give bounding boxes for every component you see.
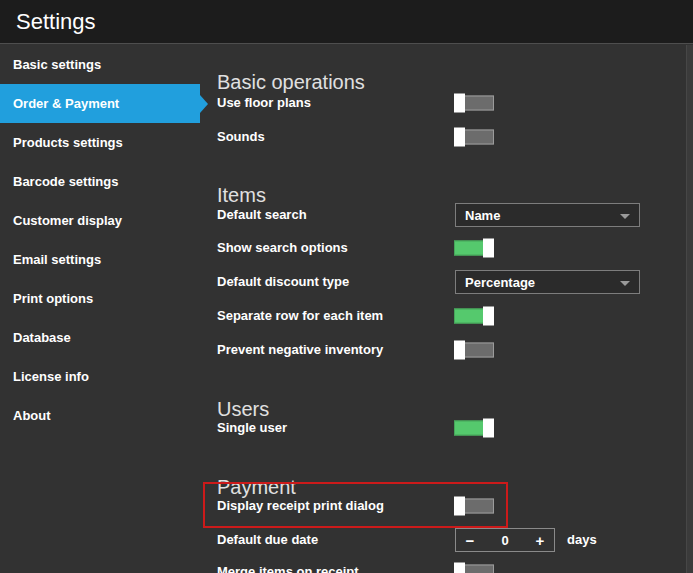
increment-button[interactable]: + bbox=[526, 529, 554, 551]
show-search-options-toggle[interactable] bbox=[454, 239, 494, 258]
title-bar: Settings bbox=[0, 0, 693, 44]
sidebar-item-label: Barcode settings bbox=[13, 174, 118, 189]
default-discount-type-dropdown[interactable]: Percentage bbox=[455, 270, 640, 294]
setting-label: Separate row for each item bbox=[217, 304, 383, 328]
due-date-value[interactable]: 0 bbox=[484, 529, 526, 551]
sounds-toggle[interactable] bbox=[454, 128, 494, 147]
setting-label: Prevent negative inventory bbox=[217, 338, 383, 362]
sidebar-item-label: Email settings bbox=[13, 252, 101, 267]
setting-label: Show search options bbox=[217, 236, 348, 260]
sidebar-item-label: Database bbox=[13, 330, 71, 345]
prevent-negative-inventory-toggle[interactable] bbox=[454, 341, 494, 360]
setting-label: Sounds bbox=[217, 125, 265, 149]
toggle-knob bbox=[454, 497, 465, 516]
sidebar-item-basic-settings[interactable]: Basic settings bbox=[0, 45, 200, 84]
toggle-knob bbox=[454, 128, 465, 147]
dropdown-selected-value: Percentage bbox=[465, 275, 535, 290]
setting-row-default-discount-type: Default discount type Percentage bbox=[217, 270, 687, 294]
sidebar-item-license-info[interactable]: License info bbox=[0, 357, 200, 396]
setting-label: Merge items on receipt bbox=[217, 560, 359, 573]
setting-row-separate-row-for-each-item: Separate row for each item bbox=[217, 304, 687, 328]
setting-row-single-user: Single user bbox=[217, 416, 687, 440]
sidebar-item-label: Print options bbox=[13, 291, 93, 306]
setting-label: Default discount type bbox=[217, 270, 349, 294]
sidebar-item-print-options[interactable]: Print options bbox=[0, 279, 200, 318]
setting-label: Single user bbox=[217, 416, 287, 440]
toggle-knob bbox=[454, 341, 465, 360]
sidebar-item-barcode-settings[interactable]: Barcode settings bbox=[0, 162, 200, 201]
sidebar-item-label: Order & Payment bbox=[13, 96, 119, 111]
settings-sidebar: Basic settings Order & Payment Products … bbox=[0, 45, 208, 435]
setting-row-show-search-options: Show search options bbox=[217, 236, 687, 260]
setting-label: Default search bbox=[217, 203, 307, 227]
selected-pointer-icon bbox=[200, 95, 208, 113]
setting-label: Use floor plans bbox=[217, 91, 311, 115]
sidebar-item-label: Customer display bbox=[13, 213, 122, 228]
setting-row-use-floor-plans: Use floor plans bbox=[217, 91, 687, 115]
sidebar-item-label: Basic settings bbox=[13, 57, 101, 72]
sidebar-item-database[interactable]: Database bbox=[0, 318, 200, 357]
setting-row-prevent-negative-inventory: Prevent negative inventory bbox=[217, 338, 687, 362]
due-date-unit-label: days bbox=[567, 528, 597, 552]
setting-label: Default due date bbox=[217, 528, 318, 552]
sidebar-item-label: About bbox=[13, 408, 51, 423]
sidebar-item-order-payment[interactable]: Order & Payment bbox=[0, 84, 200, 123]
merge-items-on-receipt-toggle[interactable] bbox=[454, 563, 494, 573]
setting-label: Display receipt print dialog bbox=[217, 494, 384, 518]
toggle-knob bbox=[454, 563, 465, 573]
setting-row-display-receipt-print-dialog: Display receipt print dialog bbox=[217, 494, 687, 518]
toggle-knob bbox=[454, 94, 465, 113]
setting-row-default-search: Default search Name bbox=[217, 203, 687, 227]
sidebar-item-customer-display[interactable]: Customer display bbox=[0, 201, 200, 240]
sidebar-item-email-settings[interactable]: Email settings bbox=[0, 240, 200, 279]
toggle-knob bbox=[483, 419, 494, 438]
page-title: Settings bbox=[0, 0, 693, 43]
sidebar-item-about[interactable]: About bbox=[0, 396, 200, 435]
separate-row-toggle[interactable] bbox=[454, 307, 494, 326]
display-receipt-print-dialog-toggle[interactable] bbox=[454, 497, 494, 516]
sidebar-item-label: License info bbox=[13, 369, 89, 384]
toggle-knob bbox=[483, 239, 494, 258]
setting-row-sounds: Sounds bbox=[217, 125, 687, 149]
sidebar-item-label: Products settings bbox=[13, 135, 123, 150]
dropdown-selected-value: Name bbox=[465, 208, 500, 223]
default-search-dropdown[interactable]: Name bbox=[455, 203, 640, 227]
vertical-scrollbar-track[interactable] bbox=[686, 45, 693, 573]
setting-row-default-due-date: Default due date − 0 + days bbox=[217, 528, 687, 552]
setting-row-merge-items-on-receipt: Merge items on receipt bbox=[217, 560, 687, 573]
use-floor-plans-toggle[interactable] bbox=[454, 94, 494, 113]
toggle-knob bbox=[483, 307, 494, 326]
chevron-down-icon bbox=[620, 214, 630, 219]
sidebar-item-products-settings[interactable]: Products settings bbox=[0, 123, 200, 162]
settings-window: Settings Basic settings Order & Payment … bbox=[0, 0, 693, 573]
single-user-toggle[interactable] bbox=[454, 419, 494, 438]
default-due-date-stepper: − 0 + bbox=[455, 528, 555, 552]
decrement-button[interactable]: − bbox=[456, 529, 484, 551]
chevron-down-icon bbox=[620, 281, 630, 286]
